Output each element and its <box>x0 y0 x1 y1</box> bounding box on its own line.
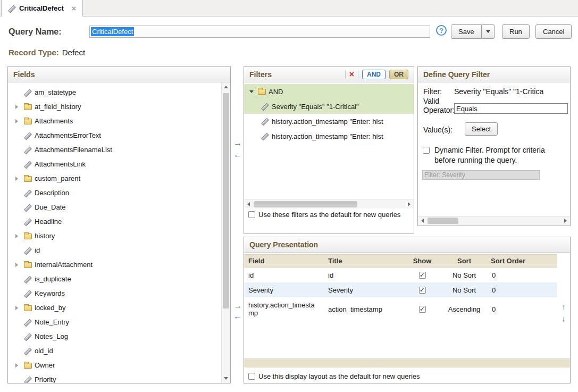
filter-item-selected[interactable]: Severity "Equals" "1-Critical" <box>244 99 414 114</box>
row-title: Severity <box>324 286 405 294</box>
help-icon[interactable]: ? <box>436 25 447 36</box>
expand-icon[interactable] <box>15 363 24 368</box>
show-checkbox[interactable] <box>419 272 426 279</box>
field-item[interactable]: Keywords <box>8 286 221 301</box>
field-item[interactable]: AttachmentsErrorText <box>8 128 221 143</box>
row-field: id <box>244 271 324 279</box>
field-item[interactable]: Headline <box>8 214 221 229</box>
scrollbar-thumb[interactable] <box>223 93 229 308</box>
field-item[interactable]: id <box>8 243 221 257</box>
valid-operator-input[interactable] <box>454 103 568 114</box>
query-name-value: CriticalDefect <box>91 27 134 36</box>
expand-icon[interactable] <box>15 263 24 267</box>
field-item[interactable]: Note_Entry <box>8 315 221 329</box>
field-label: Attachments <box>35 117 73 125</box>
dynamic-filter-checkbox[interactable] <box>423 147 430 154</box>
field-folder[interactable]: history <box>8 229 221 243</box>
row-sort[interactable]: Ascending <box>448 305 481 313</box>
define-horizontal-scrollbar[interactable] <box>418 216 570 225</box>
scrollbar-thumb[interactable] <box>254 201 357 207</box>
field-item[interactable]: Priority <box>8 372 221 383</box>
scroll-right-button[interactable] <box>561 216 570 225</box>
tab-title: CriticalDefect <box>19 4 64 12</box>
save-button[interactable]: Save <box>451 24 482 39</box>
remove-filter-arrow-icon[interactable]: ← <box>233 150 242 160</box>
row-sort-order[interactable]: 0 <box>489 286 557 294</box>
close-icon[interactable]: × <box>72 4 76 13</box>
fields-panel: Fields am_statetype at_field_history Att… <box>7 66 231 383</box>
field-item[interactable]: old_id <box>8 344 221 358</box>
scroll-left-button[interactable] <box>418 216 427 225</box>
filters-default-label: Use these filters as the default for new… <box>258 211 400 219</box>
field-folder[interactable]: locked_by <box>8 301 221 315</box>
tab-criticaldefect[interactable]: CriticalDefect × <box>1 0 83 16</box>
field-folder[interactable]: Owner <box>8 358 221 372</box>
move-row-down-icon[interactable]: ↓ <box>559 314 568 323</box>
cancel-button[interactable]: Cancel <box>535 24 572 39</box>
row-sort-order[interactable]: 0 <box>489 305 557 313</box>
and-button[interactable]: AND <box>362 70 386 79</box>
filters-horizontal-scrollbar[interactable] <box>244 199 414 208</box>
expand-icon[interactable] <box>15 177 24 181</box>
presentation-default-checkbox[interactable] <box>248 373 255 380</box>
fields-vertical-scrollbar[interactable] <box>221 82 230 383</box>
filter-item[interactable]: history.action_timestamp "Enter: hist <box>244 129 414 144</box>
delete-filter-icon[interactable]: × <box>349 70 354 79</box>
field-label: Owner <box>35 361 55 369</box>
filter-item[interactable]: history.action_timestamp "Enter: hist <box>244 114 414 129</box>
field-item[interactable]: AttachmentsFilenameList <box>8 143 221 157</box>
expand-icon[interactable] <box>15 234 24 238</box>
row-sort-order[interactable]: 0 <box>489 271 557 279</box>
field-folder[interactable]: custom_parent <box>8 171 221 186</box>
filter-group-and[interactable]: AND <box>244 84 414 99</box>
scroll-down-button[interactable] <box>222 374 230 383</box>
scrollbar-thumb[interactable] <box>428 218 458 224</box>
select-values-button[interactable]: Select <box>465 122 498 136</box>
field-item[interactable]: AttachmentsLink <box>8 157 221 171</box>
run-button[interactable]: Run <box>502 24 530 39</box>
add-filter-arrow-icon[interactable]: → <box>233 138 242 148</box>
or-button[interactable]: OR <box>389 70 408 79</box>
show-checkbox[interactable] <box>419 306 426 313</box>
scroll-left-button[interactable] <box>244 200 253 208</box>
tab-bar: CriticalDefect × <box>0 0 578 16</box>
filters-default-checkbox[interactable] <box>248 211 255 218</box>
scroll-right-button[interactable] <box>405 200 414 208</box>
field-item[interactable]: Description <box>8 186 221 200</box>
presentation-row[interactable]: Severity Severity No Sort 0 <box>244 282 557 297</box>
query-name-input[interactable]: CriticalDefect <box>89 26 430 38</box>
separator <box>358 71 358 78</box>
pencil-icon <box>24 218 35 226</box>
field-folder[interactable]: at_field_history <box>8 99 221 114</box>
row-sort[interactable]: No Sort <box>453 286 476 294</box>
expand-icon[interactable] <box>15 306 24 310</box>
presentation-row[interactable]: id id No Sort 0 <box>244 268 557 282</box>
query-name-label: Query Name: <box>9 27 62 37</box>
field-item[interactable]: am_statetype <box>8 85 221 99</box>
add-column-arrow-icon[interactable]: → <box>233 301 242 311</box>
scroll-up-button[interactable] <box>222 82 230 91</box>
field-label: at_field_history <box>35 103 81 111</box>
show-checkbox[interactable] <box>419 287 426 294</box>
expand-icon[interactable] <box>15 105 24 109</box>
save-dropdown-button[interactable] <box>482 24 495 39</box>
column-header-show: Show <box>413 257 432 265</box>
pencil-icon <box>24 333 35 340</box>
collapse-icon[interactable] <box>249 90 258 93</box>
field-label: Description <box>35 189 69 197</box>
field-label: Keywords <box>35 289 65 297</box>
field-item[interactable]: Due_Date <box>8 200 221 214</box>
field-label: Note_Entry <box>35 318 69 326</box>
save-button-group: Save <box>451 24 495 39</box>
field-item[interactable]: is_duplicate <box>8 272 221 286</box>
field-folder[interactable]: Attachments <box>8 114 221 128</box>
remove-column-arrow-icon[interactable]: ← <box>233 312 242 321</box>
presentation-row[interactable]: history.action_timestamp action_timestam… <box>244 297 557 321</box>
expand-icon[interactable] <box>15 119 24 123</box>
move-row-up-icon[interactable]: ↑ <box>559 302 568 311</box>
field-item[interactable]: Notes_Log <box>8 329 221 344</box>
fields-tree: am_statetype at_field_history Attachment… <box>8 82 221 383</box>
field-folder[interactable]: InternalAttachment <box>8 257 221 272</box>
row-sort[interactable]: No Sort <box>453 271 476 279</box>
folder-icon <box>24 176 35 182</box>
